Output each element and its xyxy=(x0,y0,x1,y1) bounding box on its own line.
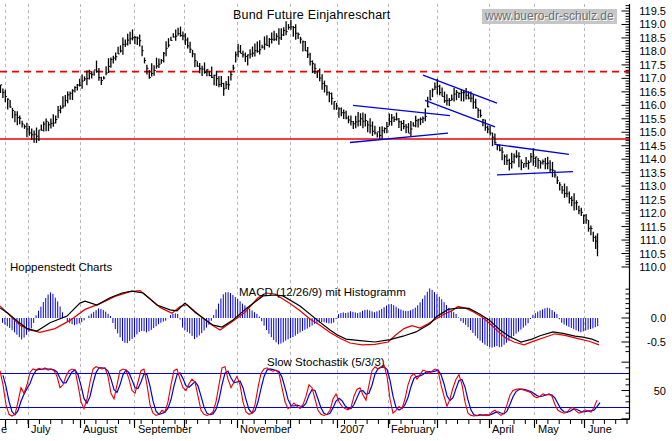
price-axis-label: 117.0 xyxy=(635,72,666,84)
price-axis-label: 117.5 xyxy=(635,59,666,71)
price-axis-label: 119.5 xyxy=(635,5,666,17)
month-label: August xyxy=(83,423,117,435)
watermark-link: www.buero-dr-schulz.de xyxy=(482,9,617,24)
price-axis-label: 118.0 xyxy=(635,45,666,57)
price-axis-label: 119.0 xyxy=(635,18,666,30)
price-level-lines xyxy=(0,72,630,139)
price-series xyxy=(1,20,598,257)
price-axis-label: 112.0 xyxy=(635,207,666,219)
month-label: June xyxy=(588,423,612,435)
price-axis-label: 114.5 xyxy=(635,140,666,152)
chart-canvas xyxy=(0,0,672,441)
chart-window: Bund Future Einjahreschart www.buero-dr-… xyxy=(0,0,672,441)
macd-axis-label: 0.0 xyxy=(635,312,666,324)
price-axis-label: 113.0 xyxy=(635,180,666,192)
price-axis-label: 110.0 xyxy=(635,261,666,273)
trendlines xyxy=(350,75,573,175)
macd-panel-label: MACD (12/26/9) mit Histogramm xyxy=(239,286,406,298)
stochastic-axis-label: 50 xyxy=(635,385,666,397)
macd-axis-label: -0.5 xyxy=(635,336,666,348)
month-label: February xyxy=(391,423,435,435)
price-axis-label: 110.5 xyxy=(635,248,666,260)
price-axis-label: 113.5 xyxy=(635,167,666,179)
price-axis-label: 114.0 xyxy=(635,153,666,165)
month-label: May xyxy=(538,423,559,435)
month-label: July xyxy=(31,423,51,435)
month-label: November xyxy=(240,423,291,435)
stochastic-panel-label: Slow Stochastik (5/3/3) xyxy=(267,356,385,368)
price-axis-label: 115.0 xyxy=(635,126,666,138)
price-axis-label: 112.5 xyxy=(635,194,666,206)
price-axis-label: 116.0 xyxy=(635,99,666,111)
branding-label: Hoppenstedt Charts xyxy=(10,261,112,273)
page-title: Bund Future Einjahreschart xyxy=(233,8,390,22)
price-axis-label: 111.5 xyxy=(635,221,666,233)
stochastic-panel xyxy=(0,365,630,416)
price-axis-label: 111.0 xyxy=(635,234,666,246)
month-label: April xyxy=(492,423,514,435)
price-axis-label: 115.5 xyxy=(635,113,666,125)
month-label: September xyxy=(138,423,192,435)
price-axis-label: 118.5 xyxy=(635,32,666,44)
macd-lines xyxy=(0,291,599,345)
month-label: e xyxy=(1,423,7,435)
price-axis-label: 116.5 xyxy=(635,86,666,98)
month-label: 2007 xyxy=(340,423,364,435)
